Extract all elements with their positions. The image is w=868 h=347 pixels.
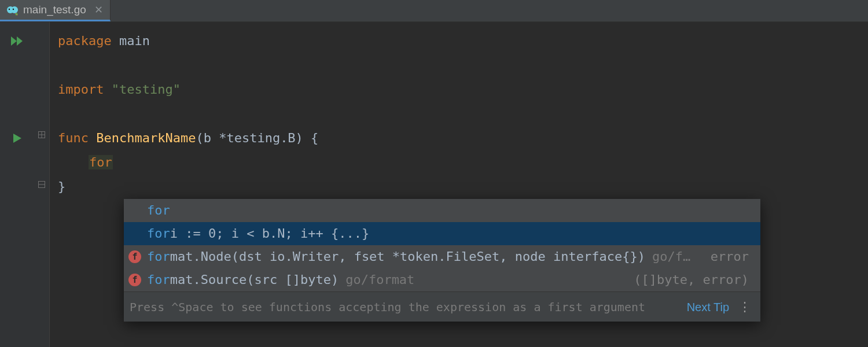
completion-tail: go/format [345,268,414,291]
fold-start-icon[interactable] [38,131,45,140]
more-icon[interactable]: ⋮ [738,296,752,319]
file-tab-label: main_test.go [23,3,86,16]
completion-footer: Press ^Space to see functions accepting … [124,291,760,322]
go-file-icon [6,3,19,16]
svg-point-2 [9,9,10,10]
run-file-icon[interactable] [0,29,35,53]
completion-rest: mat.Node(dst io.Writer, fset *token.File… [170,245,645,268]
completion-match: for [147,245,170,268]
completion-rest: i := 0; i < b.N; i++ {...} [170,222,369,245]
completion-item[interactable]: for i := 0; i < b.N; i++ {...} [124,222,760,245]
code-line: for [58,150,868,175]
close-icon[interactable]: ✕ [94,3,103,16]
completion-match: for [147,222,170,245]
completion-match: for [147,199,170,222]
code-line: import "testing" [58,77,868,102]
completion-hint: Press ^Space to see functions accepting … [130,296,645,319]
function-icon: f [128,250,141,263]
code-line: func BenchmarkName(b *testing.B) { [58,126,868,150]
completion-item[interactable]: fformat.Node(dst io.Writer, fset *token.… [124,245,760,268]
completion-return-type: ([]byte, error) [623,268,749,291]
completion-item[interactable]: for [124,199,760,222]
file-tab[interactable]: main_test.go ✕ [0,0,111,21]
run-test-icon[interactable] [0,126,35,150]
code-area[interactable]: package main import "testing" func Bench… [50,22,868,347]
gutter-fold-column [35,22,50,347]
completion-popup: forfor i := 0; i < b.N; i++ {...}fformat… [124,199,760,322]
gutter-run-column [0,22,35,347]
completion-match: for [147,268,170,291]
function-icon: f [128,274,141,286]
typed-prefix: for [89,155,113,169]
svg-marker-5 [17,36,23,46]
next-tip-link[interactable]: Next Tip [687,296,729,319]
code-line: } [58,175,868,199]
completion-return-type: error [700,245,749,268]
code-line [58,102,868,126]
code-line [58,53,868,77]
completion-rest: mat.Source(src []byte) [170,268,339,291]
svg-point-1 [11,6,18,13]
tab-bar: main_test.go ✕ [0,0,868,22]
svg-point-3 [13,9,14,10]
code-line: package main [58,29,868,53]
completion-tail: go/f… [652,245,690,268]
svg-marker-4 [11,36,17,46]
completion-item[interactable]: fformat.Source(src []byte)go/format([]by… [124,268,760,291]
fold-end-icon[interactable] [38,180,45,190]
editor: package main import "testing" func Bench… [0,22,868,347]
svg-marker-6 [13,134,21,143]
